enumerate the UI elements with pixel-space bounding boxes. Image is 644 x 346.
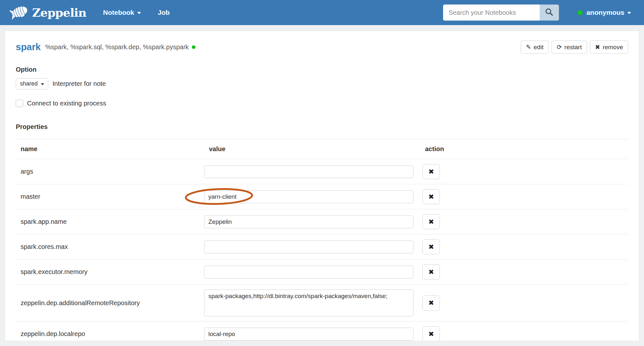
remove-button-label: remove [603, 44, 623, 51]
refresh-icon: ⟳ [557, 43, 562, 51]
property-name: zeppelin.dep.localrepo [16, 325, 204, 341]
zeppelin-airship-icon [10, 3, 30, 22]
property-value-input-spark.executor.memory[interactable] [204, 266, 413, 278]
property-row-master: master ✖ [16, 184, 628, 209]
property-name: master [16, 188, 204, 205]
connect-existing-process-label: Connect to existing process [27, 100, 106, 107]
remove-property-button[interactable]: ✖ [422, 189, 440, 204]
edit-button[interactable]: ✎ edit [521, 41, 549, 54]
brand-title: Zeppelin [32, 6, 86, 19]
property-name: zeppelin.dep.additionalRemoteRepository [16, 295, 204, 312]
property-row-args: args ✖ [16, 159, 628, 184]
x-icon: ✖ [428, 299, 434, 306]
search-input[interactable] [443, 5, 540, 21]
properties-table-body: args ✖ master ✖ [16, 159, 628, 341]
x-icon: ✖ [428, 218, 434, 225]
property-name: args [16, 163, 204, 180]
property-row-zeppelin.dep.additionalRemoteRepository: zeppelin.dep.additionalRemoteRepository … [16, 285, 628, 322]
chevron-down-icon [41, 83, 44, 85]
property-value-input-spark.app.name[interactable] [204, 215, 413, 228]
remove-property-button[interactable]: ✖ [422, 239, 440, 254]
zeppelin-logo[interactable]: Zeppelin [10, 3, 86, 22]
user-name: anonymous [586, 9, 624, 16]
binding-mode-label: Interpreter for note [52, 80, 106, 87]
property-row-spark.executor.memory: spark.executor.memory ✖ [16, 260, 628, 285]
interpreter-binding-mode-dropdown[interactable]: shared [16, 78, 48, 89]
interpreter-bindings-list: %spark, %spark.sql, %spark.dep, %spark.p… [45, 43, 189, 51]
property-name: spark.cores.max [16, 238, 204, 255]
property-name: spark.app.name [16, 213, 204, 230]
chevron-down-icon [627, 12, 631, 14]
nav-item-notebook-label: Notebook [103, 9, 134, 16]
search-button[interactable] [540, 5, 559, 21]
x-icon: ✖ [428, 193, 434, 200]
property-name: spark.executor.memory [16, 263, 204, 280]
property-value-input-zeppelin.dep.localrepo[interactable] [204, 328, 413, 341]
property-value-input-zeppelin.dep.additionalRemoteRepository[interactable] [204, 289, 413, 316]
nav-item-notebook[interactable]: Notebook [103, 9, 141, 16]
x-icon: ✖ [428, 268, 434, 276]
remove-property-button[interactable]: ✖ [422, 214, 440, 229]
interpreter-settings-panel: spark %spark, %spark.sql, %spark.dep, %s… [5, 31, 639, 341]
property-value-input-spark.cores.max[interactable] [204, 241, 413, 253]
x-icon: ✖ [595, 43, 600, 51]
main-nav: Notebook Job [103, 9, 186, 16]
interpreter-status-dot [192, 45, 195, 49]
remove-property-button[interactable]: ✖ [422, 326, 440, 341]
x-icon: ✖ [428, 330, 434, 338]
interpreter-name-title: spark [16, 42, 41, 52]
interpreter-actions: ✎ edit ⟳ restart ✖ remove [518, 41, 628, 54]
property-value-input-master[interactable] [204, 190, 413, 203]
nav-item-job[interactable]: Job [158, 9, 170, 16]
column-header-action: action [421, 139, 628, 159]
user-menu[interactable]: anonymous [578, 9, 631, 16]
chevron-down-icon [137, 12, 141, 14]
notebook-search [443, 5, 559, 21]
x-icon: ✖ [428, 243, 434, 250]
interpreter-header: spark %spark, %spark.sql, %spark.dep, %s… [16, 41, 628, 54]
search-icon [545, 8, 554, 18]
option-heading: Option [16, 66, 628, 73]
remove-property-button[interactable]: ✖ [422, 164, 440, 179]
properties-table: name value action args ✖ master [16, 139, 628, 341]
restart-button-label: restart [564, 44, 582, 51]
edit-button-label: edit [534, 44, 544, 51]
property-row-spark.cores.max: spark.cores.max ✖ [16, 234, 628, 260]
nav-item-job-label: Job [158, 9, 170, 16]
x-icon: ✖ [428, 168, 434, 175]
remove-property-button[interactable]: ✖ [422, 296, 440, 311]
restart-button[interactable]: ⟳ restart [552, 41, 587, 54]
property-row-zeppelin.dep.localrepo: zeppelin.dep.localrepo ✖ [16, 322, 628, 341]
property-row-spark.app.name: spark.app.name ✖ [16, 209, 628, 234]
user-status-dot [578, 10, 582, 15]
properties-table-header: name value action [16, 139, 628, 159]
column-header-value: value [204, 139, 421, 159]
pencil-icon: ✎ [526, 43, 531, 51]
column-header-name: name [16, 139, 204, 159]
navbar: Zeppelin Notebook Job anonymous [0, 0, 644, 25]
binding-mode-value: shared [20, 80, 38, 87]
remove-property-button[interactable]: ✖ [422, 264, 440, 279]
property-value-input-args[interactable] [204, 165, 413, 178]
connect-existing-process-checkbox[interactable] [16, 100, 23, 107]
remove-button[interactable]: ✖ remove [590, 41, 628, 54]
properties-heading: Properties [16, 123, 628, 131]
